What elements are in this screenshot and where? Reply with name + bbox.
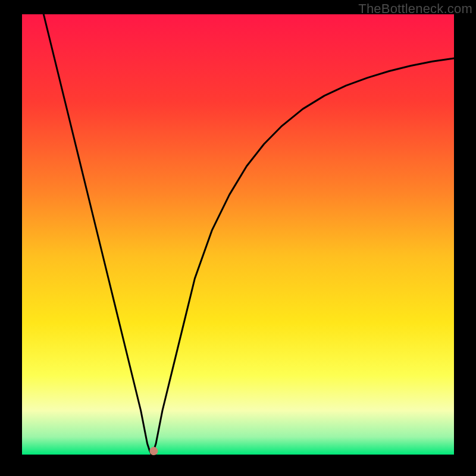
bottleneck-chart — [0, 0, 476, 476]
optimum-marker — [149, 447, 158, 455]
chart-plot-area — [22, 14, 454, 455]
watermark-label: TheBottleneck.com — [358, 1, 472, 17]
chart-frame: TheBottleneck.com — [0, 0, 476, 476]
